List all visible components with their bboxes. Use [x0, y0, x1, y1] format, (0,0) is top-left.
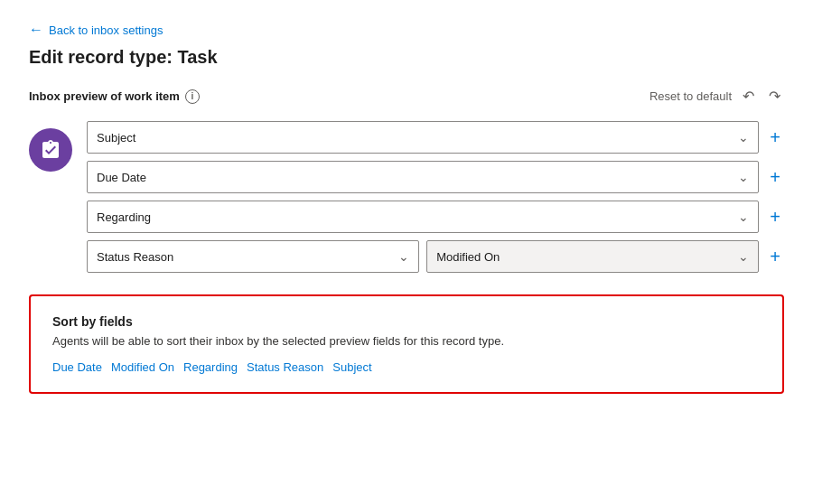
task-icon	[40, 139, 61, 161]
field-row: Regarding ⌄ +	[87, 201, 784, 233]
add-field-button-1[interactable]: +	[766, 168, 784, 186]
back-link[interactable]: ← Back to inbox settings	[29, 22, 784, 38]
reset-label: Reset to default	[649, 89, 732, 103]
chevron-down-icon: ⌄	[398, 249, 409, 264]
fields-area: Subject ⌄ + Due Date ⌄ + Regarding ⌄ + S…	[87, 121, 784, 273]
section-header: Inbox preview of work item i Reset to de…	[29, 86, 784, 107]
redo-button[interactable]: ↷	[765, 86, 784, 107]
inbox-preview-label: Inbox preview of work item	[29, 89, 180, 103]
back-arrow-icon: ←	[29, 22, 43, 38]
field-select-statusreason-text: Status Reason	[97, 250, 173, 264]
add-field-button-2[interactable]: +	[766, 208, 784, 226]
section-header-left: Inbox preview of work item i	[29, 89, 200, 104]
field-select-subject-text: Subject	[97, 131, 136, 145]
sort-section: Sort by fields Agents will be able to so…	[29, 294, 784, 394]
info-icon[interactable]: i	[185, 89, 200, 104]
field-select-statusreason[interactable]: Status Reason ⌄	[87, 240, 419, 273]
content-area: Subject ⌄ + Due Date ⌄ + Regarding ⌄ + S…	[29, 121, 784, 273]
header-actions: Reset to default ↶ ↷	[649, 86, 784, 107]
chevron-down-icon: ⌄	[738, 170, 749, 184]
sort-tag-regarding[interactable]: Regarding	[183, 360, 238, 374]
field-row: Status Reason ⌄ Modified On ⌄ +	[87, 240, 784, 273]
field-row: Due Date ⌄ +	[87, 161, 784, 193]
sort-tag-subject[interactable]: Subject	[332, 360, 371, 374]
field-select-modifiedon[interactable]: Modified On ⌄	[426, 240, 759, 273]
sort-tag-modifiedon[interactable]: Modified On	[111, 360, 174, 374]
sort-tag-statusreason[interactable]: Status Reason	[247, 360, 323, 374]
add-field-button-0[interactable]: +	[766, 128, 784, 146]
task-avatar	[29, 128, 72, 172]
sort-title: Sort by fields	[52, 314, 761, 329]
back-link-label: Back to inbox settings	[49, 23, 163, 37]
field-select-subject[interactable]: Subject ⌄	[87, 121, 759, 154]
field-select-regarding-text: Regarding	[97, 210, 151, 224]
undo-button[interactable]: ↶	[739, 86, 758, 107]
field-select-duedate-text: Due Date	[97, 171, 146, 184]
chevron-down-icon: ⌄	[738, 130, 749, 145]
add-field-button-3[interactable]: +	[766, 247, 784, 266]
chevron-down-icon: ⌄	[738, 210, 749, 224]
field-select-duedate[interactable]: Due Date ⌄	[87, 161, 759, 193]
field-row: Subject ⌄ +	[87, 121, 784, 154]
field-select-modifiedon-text: Modified On	[436, 250, 500, 264]
page-title: Edit record type: Task	[29, 47, 784, 68]
field-select-regarding[interactable]: Regarding ⌄	[87, 201, 759, 233]
sort-tag-duedate[interactable]: Due Date	[52, 360, 102, 374]
sort-description: Agents will be able to sort their inbox …	[52, 334, 761, 348]
chevron-down-icon: ⌄	[738, 249, 749, 264]
sort-tags: Due Date Modified On Regarding Status Re…	[52, 360, 761, 374]
